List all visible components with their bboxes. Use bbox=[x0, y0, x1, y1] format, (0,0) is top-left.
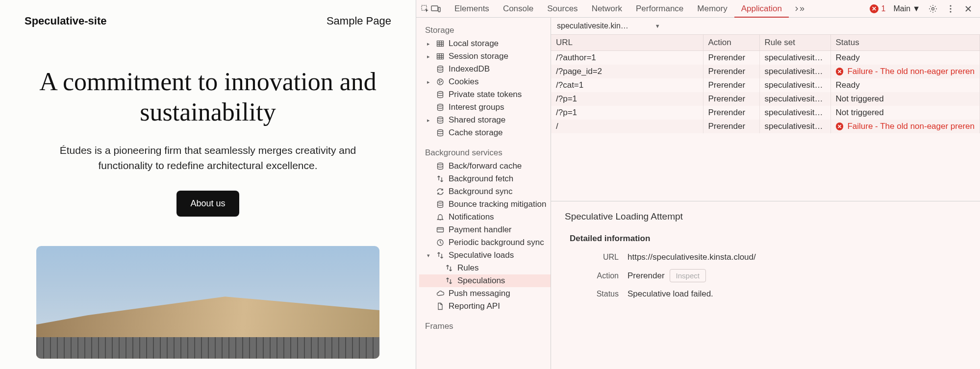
sidebar-item[interactable]: ▾Speculative loads bbox=[419, 249, 551, 262]
sidebar-item[interactable]: IndexedDB bbox=[419, 63, 551, 75]
context-selector[interactable]: Main ▼ bbox=[893, 4, 920, 13]
sidebar-item[interactable]: Payment handler bbox=[419, 223, 551, 236]
tab-performance[interactable]: Performance bbox=[629, 0, 690, 18]
sidebar-item-label: IndexedDB bbox=[449, 64, 490, 74]
table-row[interactable]: /?author=1 Prerender speculativesite… Re… bbox=[551, 51, 980, 65]
table-header-status[interactable]: Status bbox=[830, 35, 980, 51]
error-indicator[interactable]: ✕ 1 bbox=[870, 4, 886, 13]
sidebar-item-label: Back/forward cache bbox=[449, 161, 522, 171]
sidebar-item-label: Speculations bbox=[457, 276, 505, 286]
hero-image bbox=[36, 246, 379, 359]
about-us-button[interactable]: About us bbox=[176, 191, 239, 217]
status-text: Not triggered bbox=[836, 108, 884, 117]
error-circle-icon: ✕ bbox=[836, 123, 844, 130]
tab-elements[interactable]: Elements bbox=[448, 0, 496, 18]
svg-point-14 bbox=[438, 92, 443, 94]
table-header-url[interactable]: URL bbox=[551, 35, 703, 51]
toolbar-right: ✕ 1 Main ▼ bbox=[870, 4, 976, 14]
sidebar-item[interactable]: Background sync bbox=[419, 185, 551, 198]
cell-action: Prerender bbox=[703, 106, 759, 120]
sidebar-item[interactable]: Periodic background sync bbox=[419, 236, 551, 249]
detail-label-status: Status bbox=[570, 290, 619, 298]
cell-url: /?p=1 bbox=[551, 106, 703, 120]
more-tabs-icon[interactable]: » bbox=[794, 4, 804, 14]
sidebar-item[interactable]: Private state tokens bbox=[419, 88, 551, 101]
cell-action: Prerender bbox=[703, 51, 759, 65]
cell-ruleset: speculativesite… bbox=[759, 78, 830, 92]
db-icon bbox=[436, 103, 445, 112]
detail-value-action: Prerender bbox=[628, 271, 665, 281]
status-text: Not triggered bbox=[836, 94, 884, 103]
svg-point-10 bbox=[437, 79, 443, 85]
table-header-action[interactable]: Action bbox=[703, 35, 759, 51]
cell-ruleset: speculativesite… bbox=[759, 120, 830, 133]
sidebar-item[interactable]: ▸Session storage bbox=[419, 50, 551, 63]
svg-rect-2 bbox=[438, 7, 440, 12]
close-icon[interactable] bbox=[963, 4, 973, 14]
tab-console[interactable]: Console bbox=[496, 0, 540, 18]
sidebar-item-label: Background fetch bbox=[449, 174, 513, 184]
expand-triangle-icon: ▸ bbox=[427, 117, 432, 123]
sidebar-item-label: Periodic background sync bbox=[449, 238, 544, 247]
site-header: Speculative-site Sample Page bbox=[25, 15, 391, 27]
cell-action: Prerender bbox=[703, 92, 759, 106]
cookie-icon bbox=[436, 77, 445, 86]
sidebar-item[interactable]: Rules bbox=[419, 262, 551, 274]
kebab-menu-icon[interactable] bbox=[946, 4, 955, 14]
svg-point-6 bbox=[950, 11, 951, 12]
nav-link-sample[interactable]: Sample Page bbox=[327, 15, 391, 27]
sidebar-item-label: Cookies bbox=[449, 77, 478, 87]
table-row[interactable]: /?p=1 Prerender speculativesite… Not tri… bbox=[551, 106, 980, 120]
cell-status: Ready bbox=[830, 51, 980, 65]
sidebar-item[interactable]: Background fetch bbox=[419, 172, 551, 185]
sidebar-item[interactable]: Notifications bbox=[419, 211, 551, 223]
device-toggle-icon[interactable] bbox=[431, 4, 441, 14]
cell-ruleset: speculativesite… bbox=[759, 106, 830, 120]
sidebar-item[interactable]: Back/forward cache bbox=[419, 160, 551, 172]
sidebar-item[interactable]: Push messaging bbox=[419, 287, 551, 300]
swap-icon bbox=[445, 276, 453, 285]
tab-network[interactable]: Network bbox=[585, 0, 629, 18]
card-icon bbox=[436, 225, 445, 234]
table-row[interactable]: /?cat=1 Prerender speculativesite… Ready bbox=[551, 78, 980, 92]
sidebar-item[interactable]: Reporting API bbox=[419, 300, 551, 313]
table-row[interactable]: /?p=1 Prerender speculativesite… Not tri… bbox=[551, 92, 980, 106]
sidebar-item-label: Notifications bbox=[449, 212, 494, 222]
table-row[interactable]: / Prerender speculativesite… ✕Failure - … bbox=[551, 120, 980, 133]
sidebar-item[interactable]: Speculations bbox=[419, 274, 551, 287]
cell-url: / bbox=[551, 120, 703, 133]
detail-subtitle: Detailed information bbox=[565, 234, 966, 244]
sidebar-item[interactable]: Cache storage bbox=[419, 126, 551, 139]
table-row[interactable]: /?page_id=2 Prerender speculativesite… ✕… bbox=[551, 65, 980, 78]
hero-text: Études is a pioneering firm that seamles… bbox=[36, 143, 379, 173]
table-header-ruleset[interactable]: Rule set bbox=[759, 35, 830, 51]
site-title[interactable]: Speculative-site bbox=[25, 15, 107, 27]
expand-triangle-icon: ▾ bbox=[427, 252, 432, 259]
sidebar-item-label: Reporting API bbox=[449, 301, 500, 311]
sidebar-item-label: Rules bbox=[457, 263, 478, 273]
sidebar-item[interactable]: ▸Cookies bbox=[419, 75, 551, 88]
cell-status: ✕Failure - The old non-eager preren bbox=[830, 120, 980, 133]
ruleset-filter[interactable]: speculativesite.kin… ▼ bbox=[557, 22, 660, 30]
inspect-button[interactable]: Inspect bbox=[670, 269, 706, 282]
sidebar-item-label: Private state tokens bbox=[449, 90, 522, 99]
sidebar-item[interactable]: ▸Shared storage bbox=[419, 114, 551, 126]
tab-sources[interactable]: Sources bbox=[540, 0, 584, 18]
speculations-table: URL Action Rule set Status /?author=1 Pr… bbox=[551, 35, 980, 133]
tab-memory[interactable]: Memory bbox=[690, 0, 734, 18]
sidebar-item[interactable]: Interest groups bbox=[419, 101, 551, 114]
bell-icon bbox=[436, 213, 445, 221]
error-circle-icon: ✕ bbox=[836, 68, 844, 75]
cell-status: Not triggered bbox=[830, 106, 980, 120]
svg-point-3 bbox=[932, 7, 934, 10]
sidebar-item[interactable]: ▸Local storage bbox=[419, 37, 551, 50]
inspect-element-icon[interactable] bbox=[420, 4, 430, 14]
db-icon bbox=[436, 90, 445, 99]
chevron-down-icon: ▼ bbox=[655, 23, 660, 29]
table-icon bbox=[436, 52, 445, 61]
status-text: Ready bbox=[836, 53, 860, 62]
sidebar-item[interactable]: Bounce tracking mitigation bbox=[419, 198, 551, 211]
status-text: Failure - The old non-eager preren bbox=[847, 122, 975, 131]
tab-application[interactable]: Application bbox=[734, 0, 789, 18]
gear-icon[interactable] bbox=[928, 4, 938, 14]
